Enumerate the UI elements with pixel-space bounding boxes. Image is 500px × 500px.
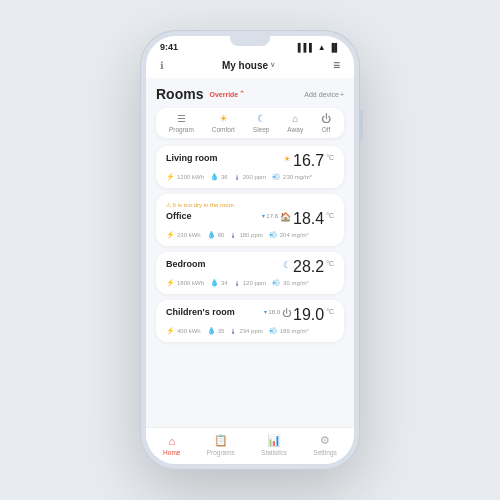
room-card-top: Office ▾ 17.6 🏠 18.4 °C	[166, 211, 334, 227]
tab-sleep[interactable]: ☾ Sleep	[253, 113, 270, 133]
room-name-area: Living room	[166, 153, 218, 163]
room-stats: ⚡ 1800 kWh 💧 34 🌡 120 ppm 💨 30 mg/m³	[166, 279, 334, 287]
stat-icon: ⚡	[166, 173, 175, 181]
top-nav: ℹ My house ∨ ≡	[146, 54, 354, 78]
tab-comfort[interactable]: ☀ Comfort	[212, 113, 235, 133]
room-name-area: Children's room	[166, 307, 235, 317]
stat-item: 💧 34	[210, 279, 228, 287]
room-name: Children's room	[166, 307, 235, 317]
override-badge[interactable]: Override ⌃	[209, 90, 245, 98]
stat-icon: ⚡	[166, 279, 175, 287]
bottom-nav-home-label: Home	[163, 449, 180, 456]
main-content: Rooms Override ⌃ Add device + ☰ Program …	[146, 78, 354, 427]
set-temp: ▾ 18.0	[264, 308, 280, 315]
stat-icon: 💧	[207, 327, 216, 335]
override-icon: ⌃	[239, 90, 245, 98]
battery-icon: ▐▌	[329, 43, 340, 52]
menu-icon[interactable]: ≡	[333, 58, 340, 72]
room-card[interactable]: Children's room ▾ 18.0 ⏻ 19.0 °C ⚡ 400 k…	[156, 300, 344, 342]
room-temperature: 28.2	[293, 259, 324, 275]
statistics-icon: 📊	[267, 434, 281, 447]
plus-icon: +	[340, 91, 344, 98]
room-temperature: 19.0	[293, 307, 324, 323]
stat-item: 💧 35	[207, 327, 225, 335]
stat-item: 🌡 234 ppm	[230, 327, 262, 335]
bottom-nav-programs[interactable]: 📋 Programs	[207, 434, 235, 456]
programs-icon: 📋	[214, 434, 228, 447]
settings-icon: ⚙	[320, 434, 330, 447]
stat-icon: 💨	[269, 231, 278, 239]
room-stats: ⚡ 1200 kWh 💧 36 🌡 200 ppm 💨 230 mg/m³	[166, 173, 334, 181]
wifi-icon: ▲	[318, 43, 326, 52]
phone-frame: 9:41 ▌▌▌ ▲ ▐▌ ℹ My house ∨ ≡ Rooms Overr…	[140, 30, 360, 470]
bottom-nav-statistics[interactable]: 📊 Statistics	[261, 434, 287, 456]
stat-item: 🌡 200 ppm	[234, 173, 266, 181]
room-temperature: 16.7	[293, 153, 324, 169]
stat-value: 35	[218, 328, 225, 334]
room-card[interactable]: Bedroom ☾ 28.2 °C ⚡ 1800 kWh 💧 34 🌡 120 …	[156, 252, 344, 294]
add-device-button[interactable]: Add device +	[304, 91, 344, 98]
stat-item: ⚡ 1200 kWh	[166, 173, 204, 181]
stat-item: ⚡ 1800 kWh	[166, 279, 204, 287]
bottom-nav-home[interactable]: ⌂ Home	[163, 435, 180, 456]
comfort-icon: ☀	[219, 113, 228, 124]
room-name: Office	[166, 211, 192, 221]
rooms-header: Rooms Override ⌃ Add device +	[156, 86, 344, 102]
tab-away-label: Away	[287, 126, 303, 133]
stat-item: 💧 80	[207, 231, 225, 239]
house-title[interactable]: My house ∨	[222, 60, 275, 71]
room-temp-area: ▾ 18.0 ⏻ 19.0 °C	[264, 307, 334, 323]
room-name-area: Bedroom	[166, 259, 206, 269]
signal-icon: ▌▌▌	[298, 43, 315, 52]
chevron-down-icon: ∨	[270, 61, 275, 69]
stat-value: 36	[221, 174, 228, 180]
room-temp-area: ▾ 17.6 🏠 18.4 °C	[262, 211, 334, 227]
room-name: Living room	[166, 153, 218, 163]
room-card[interactable]: ⚠ It is too dry in the room. Office ▾ 17…	[156, 194, 344, 246]
stat-item: 💨 189 mg/m³	[269, 327, 309, 335]
tab-program[interactable]: ☰ Program	[169, 113, 194, 133]
bottom-nav-programs-label: Programs	[207, 449, 235, 456]
mode-tabs: ☰ Program ☀ Comfort ☾ Sleep ⌂ Away ⏻ O	[156, 108, 344, 138]
room-name-area: Office	[166, 211, 192, 221]
temp-mode-icon: 🏠	[280, 212, 291, 222]
info-icon[interactable]: ℹ	[160, 60, 164, 71]
stat-value: 189 mg/m³	[280, 328, 309, 334]
temp-unit: °C	[326, 308, 334, 315]
stat-icon: 💨	[269, 327, 278, 335]
bottom-nav-settings[interactable]: ⚙ Settings	[313, 434, 337, 456]
stat-value: 234 ppm	[239, 328, 262, 334]
bottom-nav-statistics-label: Statistics	[261, 449, 287, 456]
stat-value: 204 mg/m³	[280, 232, 309, 238]
off-icon: ⏻	[321, 113, 331, 124]
stat-value: 200 ppm	[243, 174, 266, 180]
tab-program-label: Program	[169, 126, 194, 133]
side-button	[360, 110, 363, 140]
rooms-title: Rooms	[156, 86, 203, 102]
stat-value: 180 ppm	[239, 232, 262, 238]
stat-value: 30 mg/m³	[283, 280, 308, 286]
room-temp-area: ☾ 28.2 °C	[283, 259, 334, 275]
temp-mode-icon: ☀	[283, 154, 291, 164]
stat-icon: 🌡	[230, 232, 237, 239]
stat-item: 💧 36	[210, 173, 228, 181]
tab-comfort-label: Comfort	[212, 126, 235, 133]
temp-mode-icon: ☾	[283, 260, 291, 270]
temp-unit: °C	[326, 212, 334, 219]
phone-screen: 9:41 ▌▌▌ ▲ ▐▌ ℹ My house ∨ ≡ Rooms Overr…	[146, 36, 354, 464]
away-icon: ⌂	[292, 113, 298, 124]
stat-value: 120 ppm	[243, 280, 266, 286]
stat-value: 34	[221, 280, 228, 286]
tab-off[interactable]: ⏻ Off	[321, 113, 331, 133]
temp-unit: °C	[326, 154, 334, 161]
stat-icon: ⚡	[166, 327, 175, 335]
tab-away[interactable]: ⌂ Away	[287, 113, 303, 133]
stat-icon: 💨	[272, 279, 281, 287]
stat-value: 230 kWh	[177, 232, 201, 238]
room-card[interactable]: Living room ☀ 16.7 °C ⚡ 1200 kWh 💧 36 🌡 …	[156, 146, 344, 188]
stat-item: 💨 30 mg/m³	[272, 279, 308, 287]
status-icons: ▌▌▌ ▲ ▐▌	[298, 43, 340, 52]
stat-item: 💨 204 mg/m³	[269, 231, 309, 239]
bottom-nav-settings-label: Settings	[313, 449, 337, 456]
stat-item: 💨 230 mg/m³	[272, 173, 312, 181]
